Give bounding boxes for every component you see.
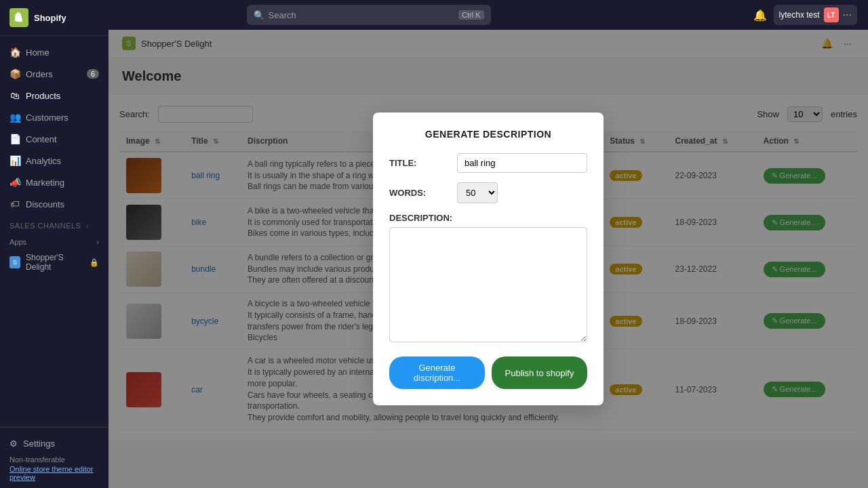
publish-to-shopify-button[interactable]: Publish to shopify: [492, 357, 587, 389]
description-label-row: DESCRIPTION:: [389, 213, 587, 223]
sales-channels-arrow-icon: ›: [86, 222, 89, 230]
content-area: S Shopper'S Delight 🔔 ··· Welcome Search…: [108, 30, 868, 488]
search-input[interactable]: [269, 10, 455, 20]
sidebar-item-settings[interactable]: ⚙ Settings: [9, 434, 99, 453]
home-icon: 🏠: [9, 47, 20, 58]
generate-description-modal: GENERATE DESCRIPTION TITLE: WORDS: 50 10…: [373, 113, 604, 405]
shoppers-delight-icon: S: [9, 256, 20, 268]
search-shortcut-badge: Ctrl K: [458, 10, 484, 20]
sidebar: Shopify 🏠 Home 📦 Orders 6 🛍 Products 👥 C…: [0, 0, 108, 488]
sidebar-item-content[interactable]: 📄 Content: [0, 128, 108, 150]
sidebar-item-discounts-label: Discounts: [26, 199, 64, 209]
lock-icon: 🔒: [90, 258, 99, 267]
description-field-label: DESCRIPTION:: [389, 213, 452, 223]
shopify-brand-label: Shopify: [34, 13, 66, 23]
sidebar-item-analytics[interactable]: 📊 Analytics: [0, 150, 108, 171]
sidebar-item-marketing-label: Marketing: [26, 178, 64, 188]
sidebar-item-home[interactable]: 🏠 Home: [0, 41, 108, 63]
non-transferable-label: Non-transferable: [9, 453, 99, 465]
modal-overlay[interactable]: GENERATE DESCRIPTION TITLE: WORDS: 50 10…: [108, 30, 868, 488]
modal-title: GENERATE DESCRIPTION: [389, 129, 587, 140]
settings-label: Settings: [23, 439, 55, 449]
apps-expand-icon: ›: [96, 238, 99, 246]
shopify-logo-icon: [9, 8, 28, 27]
notification-bell-icon[interactable]: 🔔: [753, 9, 767, 22]
title-row: TITLE:: [389, 153, 587, 173]
sales-channels-section: Sales channels ›: [0, 215, 108, 232]
apps-section-label: Apps ›: [0, 232, 108, 249]
search-icon: 🔍: [254, 10, 264, 20]
title-field-label: TITLE:: [389, 158, 450, 168]
sidebar-item-home-label: Home: [26, 47, 50, 58]
modal-buttons: Generate discription... Publish to shopi…: [389, 357, 587, 389]
user-menu[interactable]: lytechx test LT ···: [774, 5, 857, 25]
analytics-icon: 📊: [9, 155, 20, 166]
sidebar-item-orders-label: Orders: [26, 69, 53, 79]
sidebar-navigation: 🏠 Home 📦 Orders 6 🛍 Products 👥 Customers…: [0, 36, 108, 427]
content-icon: 📄: [9, 134, 20, 144]
sidebar-item-customers-label: Customers: [26, 113, 68, 123]
sidebar-item-orders[interactable]: 📦 Orders 6: [0, 63, 108, 85]
user-avatar: LT: [824, 7, 839, 22]
topbar-right: 🔔 lytechx test LT ···: [753, 5, 857, 25]
user-menu-dots-icon: ···: [843, 9, 852, 21]
sidebar-item-discounts[interactable]: 🏷 Discounts: [0, 193, 108, 215]
sidebar-item-products-label: Products: [26, 91, 60, 101]
description-textarea[interactable]: [389, 227, 587, 342]
orders-badge: 6: [87, 69, 99, 79]
search-bar[interactable]: 🔍 Ctrl K: [247, 5, 491, 25]
customers-icon: 👥: [9, 112, 20, 123]
products-icon: 🛍: [9, 90, 20, 101]
store-editor-link[interactable]: Online store theme editor preview: [9, 465, 99, 481]
generate-description-button[interactable]: Generate discription...: [389, 357, 485, 389]
words-select[interactable]: 50 100 150 200: [457, 182, 498, 203]
shoppers-delight-label: Shopper'S Delight: [26, 253, 84, 272]
topbar: 🔍 Ctrl K 🔔 lytechx test LT ···: [108, 0, 868, 30]
sidebar-item-content-label: Content: [26, 134, 57, 144]
sidebar-item-marketing[interactable]: 📣 Marketing: [0, 171, 108, 193]
words-field-label: WORDS:: [389, 188, 450, 198]
username-label: lytechx test: [779, 10, 820, 20]
description-section: DESCRIPTION:: [389, 213, 587, 344]
marketing-icon: 📣: [9, 177, 20, 188]
settings-icon: ⚙: [9, 439, 18, 449]
discounts-icon: 🏷: [9, 199, 20, 209]
main-area: 🔍 Ctrl K 🔔 lytechx test LT ··· S Shopper…: [108, 0, 868, 488]
sidebar-item-analytics-label: Analytics: [26, 156, 61, 166]
title-input[interactable]: [457, 153, 587, 173]
words-row: WORDS: 50 100 150 200: [389, 182, 587, 203]
sidebar-footer: ⚙ Settings Non-transferable Online store…: [0, 427, 108, 488]
sidebar-item-shoppers-delight[interactable]: S Shopper'S Delight 🔒: [0, 249, 108, 276]
sidebar-item-customers[interactable]: 👥 Customers: [0, 106, 108, 128]
sidebar-header: Shopify: [0, 0, 108, 36]
orders-icon: 📦: [9, 68, 20, 79]
sidebar-item-products[interactable]: 🛍 Products: [0, 85, 108, 106]
